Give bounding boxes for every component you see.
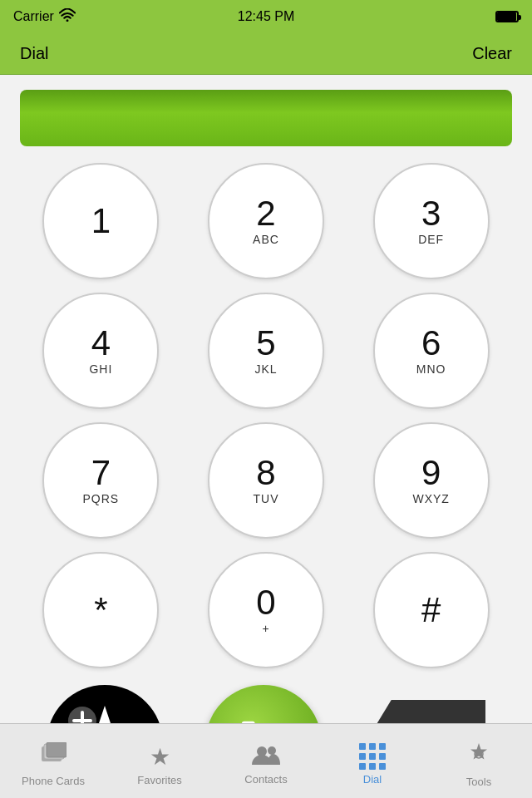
dial-key-4[interactable]: 4GHI <box>42 293 159 409</box>
tab-favorites-label: Favorites <box>137 774 181 786</box>
tab-contacts[interactable]: Contacts <box>213 736 319 786</box>
dial-key-3[interactable]: 3DEF <box>373 163 490 279</box>
dial-key-0[interactable]: 0+ <box>208 552 324 668</box>
status-bar: Carrier 12:45 PM <box>0 0 532 33</box>
dial-key-star[interactable]: * <box>42 552 159 668</box>
favorites-icon: ★ <box>150 743 170 771</box>
tab-tools[interactable]: Tools <box>426 735 532 788</box>
dial-key-1[interactable]: 1 <box>42 163 159 279</box>
carrier-label: Carrier <box>13 9 54 24</box>
svg-point-0 <box>66 19 68 22</box>
tab-phone-cards-label: Phone Cards <box>22 775 85 787</box>
tab-contacts-label: Contacts <box>244 773 287 786</box>
dial-key-2[interactable]: 2ABC <box>208 163 324 279</box>
display-area <box>0 75 532 155</box>
tab-tools-label: Tools <box>466 776 491 788</box>
svg-point-11 <box>268 746 276 755</box>
display-box <box>20 90 512 146</box>
svg-rect-9 <box>47 742 66 757</box>
status-right <box>495 11 519 22</box>
clear-button[interactable]: Clear <box>472 44 512 63</box>
tab-dial-label: Dial <box>363 773 382 786</box>
dial-key-7[interactable]: 7PQRS <box>42 422 159 539</box>
phone-cards-icon <box>40 742 66 771</box>
tab-favorites[interactable]: ★ Favorites <box>106 736 213 786</box>
dial-key-8[interactable]: 8TUV <box>208 422 324 539</box>
dial-key-9[interactable]: 9WXYZ <box>373 422 490 539</box>
wifi-icon <box>59 8 76 25</box>
tools-icon <box>466 741 491 772</box>
dial-key-5[interactable]: 5JKL <box>208 293 324 409</box>
status-left: Carrier <box>13 8 76 25</box>
grid-icon <box>359 743 386 770</box>
status-time: 12:45 PM <box>238 9 294 24</box>
tab-dial[interactable]: Dial <box>319 736 426 786</box>
dial-key-6[interactable]: 6MNO <box>373 293 490 409</box>
nav-bar: Dial Clear <box>0 33 532 75</box>
tab-bar: Phone Cards ★ Favorites Contacts Dial <box>0 723 532 798</box>
dialpad: 12ABC3DEF4GHI5JKL6MNO7PQRS8TUV9WXYZ*0+# <box>0 155 532 677</box>
dial-icon <box>359 743 386 770</box>
dial-button[interactable]: Dial <box>20 44 48 63</box>
contacts-icon <box>252 743 280 770</box>
battery-icon <box>495 11 519 22</box>
tab-phone-cards[interactable]: Phone Cards <box>0 736 106 787</box>
dial-key-hash[interactable]: # <box>373 552 490 668</box>
